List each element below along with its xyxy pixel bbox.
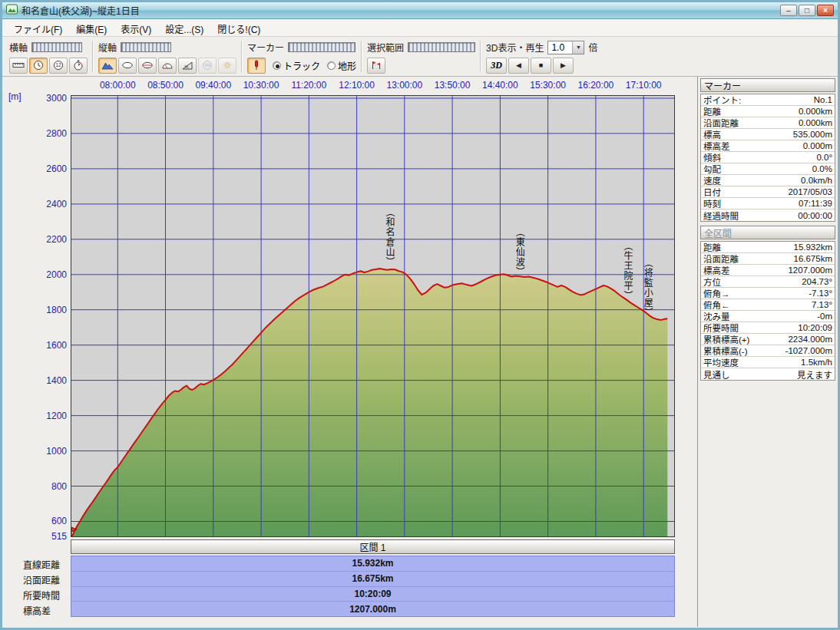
clock-12-icon[interactable]: 12	[49, 58, 68, 74]
svg-text:12: 12	[55, 62, 61, 68]
close-button[interactable]: ×	[817, 5, 834, 16]
slope-icon[interactable]: %	[178, 58, 197, 74]
marker-source-radio-track[interactable]: トラック	[273, 59, 320, 72]
table-row: 俯角→-7.13°	[701, 288, 835, 299]
x-tick-label: 10:30:00	[235, 80, 287, 91]
minimize-button[interactable]: –	[780, 5, 797, 16]
chevron-down-icon: ▼	[572, 41, 584, 54]
row-label: ポイント:	[701, 94, 814, 106]
row-label: 時刻	[701, 197, 799, 209]
x-tick-label: 11:20:00	[283, 80, 335, 91]
row-label: 平均速度	[701, 356, 801, 368]
range-flags-icon[interactable]	[367, 58, 385, 74]
play-button[interactable]: ▶	[553, 58, 574, 74]
y-tick-label: 1200	[5, 411, 67, 421]
gauge-icon[interactable]	[158, 58, 177, 74]
row-value: 204.73°	[802, 277, 835, 286]
table-row: 所要時間10:20:09	[701, 322, 835, 334]
menu-item-4[interactable]: 設定...(S)	[158, 19, 210, 36]
mountain-icon[interactable]	[98, 58, 117, 74]
chart-region: [m] 08:00:0008:50:0009:40:0010:30:0011:2…	[2, 77, 697, 627]
haxis-scale-slider[interactable]	[31, 42, 82, 52]
toolbar-separator	[480, 41, 481, 72]
y-tick-label: 2400	[5, 199, 67, 209]
row-value: 1207.000m	[788, 266, 835, 275]
stopwatch-icon[interactable]	[69, 58, 88, 74]
vaxis-scale-slider[interactable]	[121, 42, 171, 52]
table-row: 距離15.932km	[701, 242, 835, 253]
sun-icon[interactable]	[218, 58, 236, 74]
x-tick-label: 08:50:00	[140, 80, 192, 91]
summary-label: 所要時間	[2, 589, 67, 602]
ruler-icon[interactable]	[9, 58, 28, 74]
menu-item-5[interactable]: 閉じる!(C)	[210, 19, 267, 36]
stop-button[interactable]: ■	[531, 58, 551, 74]
playback-speed-select[interactable]: 1.0 ▼	[547, 41, 584, 54]
y-tick-label: 600	[5, 516, 67, 526]
summary-label: 標高差	[2, 604, 67, 617]
marker-panel-title: マーカー	[704, 79, 741, 92]
toolbar-group-vaxis: 縦軸 %	[94, 38, 240, 74]
ellipse-icon[interactable]	[118, 58, 137, 74]
table-row: 勾配0.0%	[701, 163, 835, 175]
table-row: 距離0.000km	[701, 106, 835, 117]
table-row: 沈み量-0m	[701, 311, 835, 322]
table-row: 傾斜0.0°	[701, 152, 835, 163]
radio-label: トラック	[283, 59, 320, 72]
row-label: 日付	[701, 186, 788, 198]
table-row: 見通し見えます	[701, 368, 835, 380]
section-summary-values: 15.932km16.675km10:20:091207.000m	[71, 556, 675, 617]
row-label: 勾配	[701, 163, 812, 175]
x-tick-label: 13:00:00	[379, 80, 431, 91]
marker-pin-icon[interactable]	[247, 58, 266, 74]
view3d-label: 3D表示・再生	[486, 41, 544, 54]
radio-button-icon	[273, 61, 281, 70]
table-row: 沿面距離0.000km	[701, 117, 835, 129]
selection-range-slider[interactable]	[408, 42, 475, 52]
elevation-plot[interactable]	[71, 95, 675, 537]
row-label: 標高差	[701, 264, 788, 276]
table-row: 標高差0.000m	[701, 140, 835, 152]
clock-icon[interactable]	[29, 58, 48, 74]
summary-label: 直線距離	[2, 558, 67, 571]
toolbar-separator	[92, 41, 94, 72]
y-tick-label: 1600	[5, 340, 67, 351]
table-row: 累積標高(-)-1027.000m	[701, 345, 835, 357]
y-tick-label: 1800	[5, 305, 67, 315]
play-reverse-button[interactable]: ◀	[508, 58, 529, 74]
x-tick-label: 13:50:00	[426, 80, 478, 91]
peak-annotation: （和名倉山）	[383, 207, 396, 267]
marker-panel-header: マーカー	[700, 78, 835, 92]
table-row: 俯角←7.13°	[701, 299, 835, 311]
row-value: 0.000km	[799, 118, 835, 127]
row-value: 16.675km	[793, 254, 835, 263]
row-value: 2234.000m	[788, 335, 835, 344]
peak-annotation: （牛王院平）	[621, 241, 634, 301]
toolbar-separator	[241, 41, 243, 72]
row-value: 15.932km	[793, 242, 835, 252]
menu-item-1[interactable]: ファイル(F)	[7, 19, 69, 36]
menu-item-2[interactable]: 編集(E)	[69, 19, 114, 36]
peak-annotation: （将監小屋）	[641, 258, 654, 318]
marker-source-radio-terrain[interactable]: 地形	[327, 59, 356, 72]
marker-label: マーカー	[247, 41, 284, 54]
toolbar-separator	[361, 41, 362, 72]
marker-position-slider[interactable]	[288, 42, 356, 52]
menu-item-3[interactable]: 表示(V)	[114, 19, 158, 36]
row-label: 距離	[701, 241, 793, 253]
row-value: -0m	[817, 312, 835, 321]
row-label: 距離	[701, 105, 799, 117]
table-row: 沿面距離16.675km	[701, 253, 835, 265]
x-tick-label: 16:20:00	[570, 80, 622, 91]
summary-value: 10:20:09	[71, 587, 674, 602]
app-window: 和名倉山(秩父湖)~縦走1日目 – □ × ファイル(F)編集(E)表示(V)設…	[0, 0, 840, 630]
y-tick-label: 800	[5, 481, 67, 492]
maximize-button[interactable]: □	[799, 5, 815, 16]
y-tick-label: 1400	[5, 375, 67, 386]
rain-icon[interactable]	[198, 58, 217, 74]
3d-view-button[interactable]: 3D	[486, 58, 507, 74]
row-label: 沈み量	[701, 310, 817, 322]
terrain-profile-icon[interactable]	[138, 58, 157, 74]
row-value: 00:00:00	[798, 211, 835, 220]
row-label: 見通し	[701, 368, 797, 381]
